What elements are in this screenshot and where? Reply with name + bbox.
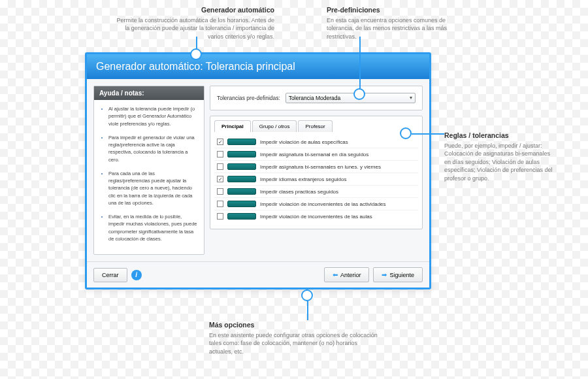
rule-row: Impedir violación de inconvenientes de l… — [214, 210, 418, 222]
callout-title: Generador automático — [111, 5, 274, 15]
help-header: Ayuda / notas: — [94, 86, 204, 100]
callout-ring — [400, 127, 412, 139]
rule-label: Impedir violación de inconvenientes de l… — [260, 201, 386, 207]
tab-principal[interactable]: Principal — [214, 120, 251, 132]
rule-checkbox[interactable] — [217, 163, 223, 170]
next-button[interactable]: ➡Siguiente — [373, 267, 423, 282]
rule-checkbox[interactable] — [217, 188, 223, 195]
generator-dialog: Generador automático: Tolerancia princip… — [85, 52, 431, 289]
callout-more: Más opciones En este asistente puede con… — [209, 320, 379, 355]
rule-row: Impedir clases practicas seguidos — [214, 186, 418, 198]
help-item: Evitar, en la medida de lo posible, impe… — [108, 213, 197, 242]
dialog-body: Ayuda / notas: Al ajustar la tolerancia … — [87, 79, 429, 261]
tolerance-slider[interactable] — [227, 163, 256, 170]
callout-title: Pre-definiciones — [327, 5, 451, 15]
callout-title: Reglas / tolerancias — [444, 131, 555, 140]
rules-box: Principal Grupo / otros Profesor ✓Impedi… — [210, 116, 423, 229]
rules-list: ✓Impedir violación de aulas específicasI… — [214, 136, 418, 222]
help-item: Para impedir el generador de violar una … — [108, 134, 197, 163]
arrow-right-icon: ➡ — [382, 271, 387, 278]
prev-button[interactable]: ⬅Anterior — [324, 267, 370, 282]
info-icon[interactable]: i — [131, 270, 142, 280]
close-button[interactable]: Cerrar — [93, 268, 127, 282]
tolerance-slider[interactable] — [227, 188, 256, 195]
connector-line — [307, 301, 308, 320]
connector-line — [359, 37, 361, 89]
callout-body: Permite la construcción automática de lo… — [111, 16, 274, 41]
tab-grupo[interactable]: Grupo / otros — [252, 120, 297, 132]
rule-row: ✓Impedir idiomas extranjeros seguidos — [214, 173, 418, 186]
connector-line — [412, 133, 444, 135]
callout-body: Puede, por ejemplo, impedir / ajustar: C… — [444, 142, 555, 183]
callout-body: En este asistente puede configurar otras… — [209, 331, 379, 356]
help-panel: Ayuda / notas: Al ajustar la tolerancia … — [93, 86, 204, 255]
help-body: Al ajustar la tolerancia puede impedir (… — [94, 100, 204, 254]
rule-row: Impedir asignatura bi-semanales en lunes… — [214, 161, 418, 173]
rule-label: Impedir asignatura bi-semanales en lunes… — [260, 164, 381, 170]
rule-checkbox[interactable] — [217, 201, 223, 207]
right-column: Tolerancias pre-definidas: Tolerancia Mo… — [210, 86, 423, 255]
tab-profesor[interactable]: Profesor — [298, 120, 332, 132]
tolerance-slider[interactable] — [227, 213, 256, 220]
callout-body: En esta caja encuentra opciones comunes … — [327, 16, 451, 41]
rule-label: Impedir violación de inconvenientes de l… — [260, 214, 372, 220]
arrow-left-icon: ⬅ — [333, 271, 338, 278]
rule-checkbox[interactable] — [217, 213, 223, 220]
help-item: Al ajustar la tolerancia puede impedir (… — [108, 105, 197, 127]
rule-checkbox[interactable]: ✓ — [217, 139, 223, 145]
rule-row: ✓Impedir violación de aulas específicas — [214, 136, 418, 148]
rule-label: Impedir asignatura bi-semanal en día seg… — [260, 152, 368, 157]
tolerance-slider[interactable] — [227, 139, 256, 145]
tolerance-slider[interactable] — [227, 201, 256, 207]
tolerance-slider[interactable] — [227, 176, 256, 182]
callout-generator: Generador automático Permite la construc… — [111, 5, 274, 41]
rule-label: Impedir violación de aulas específicas — [260, 139, 348, 145]
callout-title: Más opciones — [209, 320, 379, 330]
tolerance-slider[interactable] — [227, 151, 256, 157]
predefined-box: Tolerancias pre-definidas: Tolerancia Mo… — [210, 86, 423, 110]
rule-label: Impedir clases practicas seguidos — [260, 189, 338, 195]
rule-checkbox[interactable] — [217, 151, 223, 157]
callout-ring — [301, 289, 313, 301]
dialog-footer: Cerrar i ⬅Anterior ➡Siguiente — [87, 261, 429, 288]
rule-label: Impedir idiomas extranjeros seguidos — [260, 176, 347, 182]
callout-ring — [190, 48, 202, 60]
predef-select[interactable]: Tolerancia Moderada — [286, 93, 416, 103]
callout-rules: Reglas / tolerancias Puede, por ejemplo,… — [444, 131, 555, 183]
rule-checkbox[interactable]: ✓ — [217, 176, 223, 182]
callout-predef: Pre-definiciones En esta caja encuentra … — [327, 5, 451, 41]
help-item: Para cada una de las reglas/preferencias… — [108, 170, 197, 206]
tabs: Principal Grupo / otros Profesor — [214, 120, 418, 132]
rule-row: Impedir violación de inconvenientes de l… — [214, 198, 418, 210]
dialog-title: Generador automático: Tolerancia princip… — [87, 54, 429, 79]
callout-ring — [353, 88, 365, 100]
rule-row: Impedir asignatura bi-semanal en día seg… — [214, 148, 418, 161]
predef-label: Tolerancias pre-definidas: — [217, 95, 280, 101]
